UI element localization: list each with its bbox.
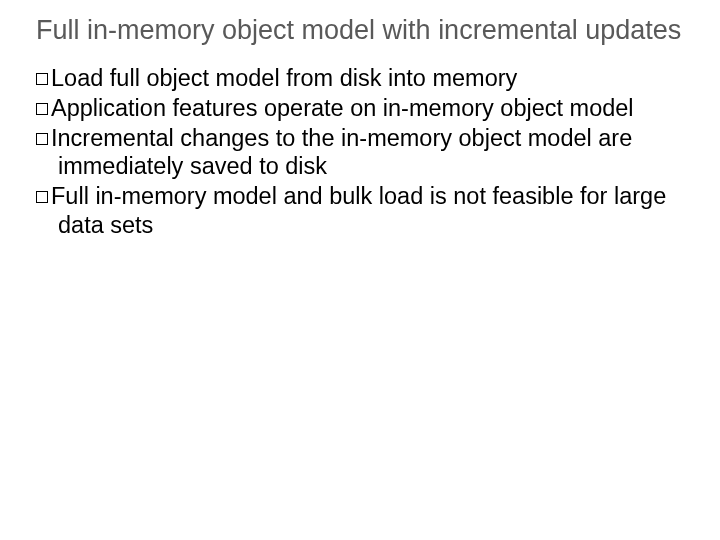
- list-item: Load full object model from disk into me…: [36, 64, 684, 93]
- slide: Full in-memory object model with increme…: [0, 0, 720, 540]
- list-item: Full in-memory model and bulk load is no…: [36, 182, 684, 239]
- bullet-text: Application features operate on in-memor…: [51, 95, 634, 121]
- slide-title: Full in-memory object model with increme…: [36, 14, 684, 46]
- checkbox-icon: [36, 133, 48, 145]
- list-item: Incremental changes to the in-memory obj…: [36, 124, 684, 181]
- checkbox-icon: [36, 73, 48, 85]
- bullet-text: Load full object model from disk into me…: [51, 65, 517, 91]
- bullet-list: Load full object model from disk into me…: [36, 64, 684, 239]
- checkbox-icon: [36, 191, 48, 203]
- bullet-text: Incremental changes to the in-memory obj…: [51, 125, 632, 180]
- checkbox-icon: [36, 103, 48, 115]
- bullet-text: Full in-memory model and bulk load is no…: [51, 183, 666, 238]
- list-item: Application features operate on in-memor…: [36, 94, 684, 123]
